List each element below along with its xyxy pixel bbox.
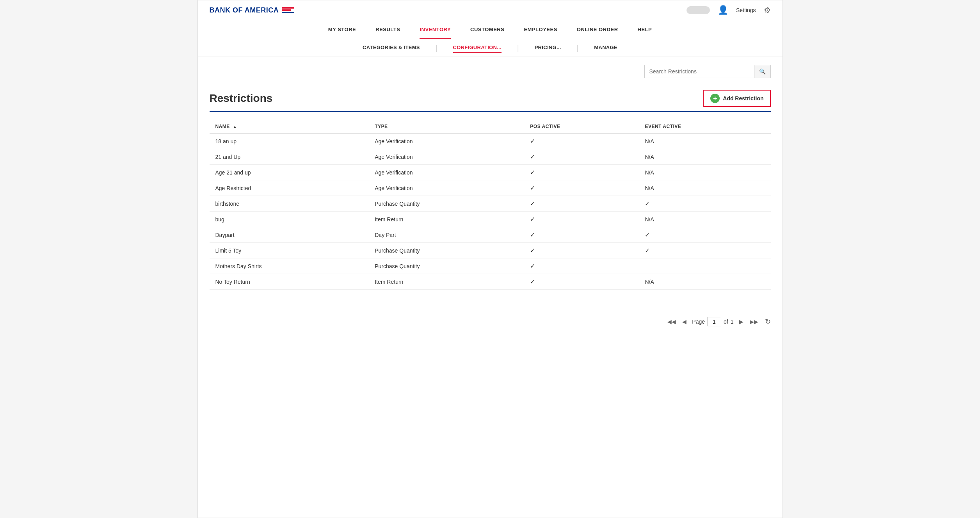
cell-type: Age Verification — [369, 165, 524, 180]
cell-name: 21 and Up — [210, 149, 369, 165]
sub-nav-divider-2: | — [517, 45, 519, 52]
add-button-label: Add Restriction — [723, 95, 763, 101]
cell-type: Age Verification — [369, 180, 524, 196]
nav-item-employees[interactable]: EMPLOYEES — [524, 27, 557, 39]
content: Restrictions + Add Restriction NAME ▲ TY… — [198, 82, 783, 297]
cell-pos-active: ✓ — [524, 212, 639, 227]
person-icon[interactable]: 👤 — [718, 5, 728, 15]
cell-name: Limit 5 Toy — [210, 243, 369, 258]
checkmark-icon: ✓ — [530, 138, 535, 144]
cell-event-active: N/A — [639, 165, 770, 180]
flag-stripe-3 — [282, 12, 294, 13]
col-header-type[interactable]: TYPE — [369, 120, 524, 134]
total-pages: 1 — [731, 319, 734, 325]
cell-pos-active: ✓ — [524, 180, 639, 196]
refresh-button[interactable]: ↻ — [765, 317, 771, 326]
header: BANK OF AMERICA 👤 Settings ⚙ — [198, 0, 783, 20]
sub-nav-categories[interactable]: CATEGORIES & ITEMS — [363, 43, 420, 53]
nav-item-onlineorder[interactable]: ONLINE ORDER — [577, 27, 618, 39]
cell-event-active: N/A — [639, 134, 770, 149]
search-area: 🔍 — [198, 57, 783, 82]
next-page-button[interactable]: ▶ — [737, 317, 746, 326]
cell-name: No Toy Return — [210, 274, 369, 290]
cell-pos-active: ✓ — [524, 227, 639, 243]
logo: BANK OF AMERICA — [210, 6, 295, 14]
search-input[interactable] — [645, 65, 754, 78]
cell-pos-active: ✓ — [524, 258, 639, 274]
cell-pos-active: ✓ — [524, 274, 639, 290]
nav-item-customers[interactable]: CUSTOMERS — [470, 27, 504, 39]
table-row[interactable]: Age RestrictedAge Verification✓N/A — [210, 180, 771, 196]
cell-name: birthstone — [210, 196, 369, 212]
checkmark-icon: ✓ — [530, 278, 535, 285]
of-label: of — [724, 319, 728, 325]
table-row[interactable]: birthstonePurchase Quantity✓✓ — [210, 196, 771, 212]
page-number-input[interactable] — [707, 317, 721, 326]
checkmark-icon: ✓ — [530, 231, 535, 238]
search-icon: 🔍 — [759, 68, 766, 75]
table-row[interactable]: DaypartDay Part✓✓ — [210, 227, 771, 243]
user-avatar — [687, 6, 710, 14]
cell-pos-active: ✓ — [524, 149, 639, 165]
search-container: 🔍 — [644, 65, 771, 78]
cell-pos-active: ✓ — [524, 196, 639, 212]
table-row[interactable]: bugItem Return✓N/A — [210, 212, 771, 227]
search-button[interactable]: 🔍 — [754, 65, 770, 78]
col-header-pos-active[interactable]: POS ACTIVE — [524, 120, 639, 134]
cell-type: Age Verification — [369, 149, 524, 165]
sub-nav: CATEGORIES & ITEMS | CONFIGURATION... | … — [198, 39, 783, 57]
table-body: 18 an upAge Verification✓N/A21 and UpAge… — [210, 134, 771, 290]
cell-name: Mothers Day Shirts — [210, 258, 369, 274]
nav-item-results[interactable]: RESULTS — [375, 27, 400, 39]
checkmark-icon: ✓ — [530, 153, 535, 160]
add-restriction-button[interactable]: + Add Restriction — [703, 90, 770, 107]
page-info: Page of 1 — [692, 317, 733, 326]
cell-name: Age Restricted — [210, 180, 369, 196]
sub-nav-pricing[interactable]: PRICING... — [535, 43, 561, 53]
add-icon: + — [710, 94, 720, 103]
checkmark-icon: ✓ — [530, 216, 535, 223]
sub-nav-manage[interactable]: MANAGE — [594, 43, 617, 53]
checkmark-icon: ✓ — [530, 200, 535, 207]
cell-event-active — [639, 258, 770, 274]
header-right: 👤 Settings ⚙ — [687, 5, 771, 15]
cell-name: Daypart — [210, 227, 369, 243]
cell-type: Purchase Quantity — [369, 258, 524, 274]
sub-nav-configuration[interactable]: CONFIGURATION... — [453, 43, 502, 53]
col-header-event-active[interactable]: EVENT ACTIVE — [639, 120, 770, 134]
settings-link[interactable]: Settings — [736, 7, 756, 13]
cell-type: Item Return — [369, 274, 524, 290]
table-row[interactable]: Age 21 and upAge Verification✓N/A — [210, 165, 771, 180]
checkmark-icon: ✓ — [530, 185, 535, 191]
cell-type: Item Return — [369, 212, 524, 227]
checkmark-icon: ✓ — [645, 231, 650, 238]
cell-event-active: N/A — [639, 212, 770, 227]
checkmark-icon: ✓ — [530, 169, 535, 176]
prev-page-button[interactable]: ◀ — [679, 317, 689, 326]
cell-event-active: N/A — [639, 274, 770, 290]
checkmark-icon: ✓ — [645, 200, 650, 207]
cell-event-active: ✓ — [639, 243, 770, 258]
table-row[interactable]: 21 and UpAge Verification✓N/A — [210, 149, 771, 165]
flag-stripe-2 — [282, 9, 291, 11]
checkmark-icon: ✓ — [645, 247, 650, 254]
cell-event-active: N/A — [639, 149, 770, 165]
checkmark-icon: ✓ — [530, 263, 535, 269]
first-page-button[interactable]: ◀◀ — [667, 317, 676, 326]
cell-pos-active: ✓ — [524, 165, 639, 180]
nav-item-help[interactable]: HELP — [638, 27, 652, 39]
page-title: Restrictions — [210, 92, 273, 105]
table-row[interactable]: Mothers Day ShirtsPurchase Quantity✓ — [210, 258, 771, 274]
table-row[interactable]: No Toy ReturnItem Return✓N/A — [210, 274, 771, 290]
table-row[interactable]: 18 an upAge Verification✓N/A — [210, 134, 771, 149]
table-row[interactable]: Limit 5 ToyPurchase Quantity✓✓ — [210, 243, 771, 258]
sort-arrow-icon: ▲ — [233, 125, 237, 129]
table-header-row: NAME ▲ TYPE POS ACTIVE EVENT ACTIVE — [210, 120, 771, 134]
sub-nav-divider-1: | — [436, 45, 438, 52]
last-page-button[interactable]: ▶▶ — [749, 317, 759, 326]
nav-item-inventory[interactable]: INVENTORY — [420, 27, 451, 39]
gear-icon[interactable]: ⚙ — [764, 5, 771, 15]
col-header-name[interactable]: NAME ▲ — [210, 120, 369, 134]
nav-item-mystore[interactable]: MY STORE — [328, 27, 356, 39]
pagination: ◀◀ ◀ Page of 1 ▶ ▶▶ ↻ — [198, 309, 783, 334]
